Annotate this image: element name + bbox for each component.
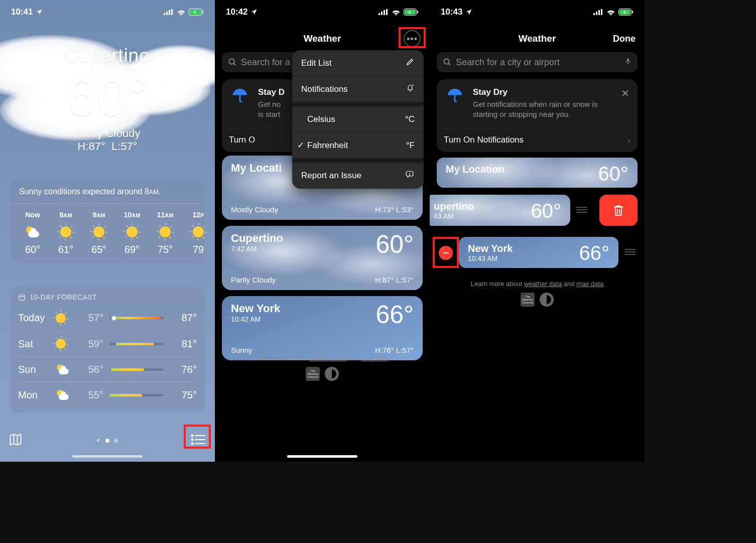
- status-time: 10:42: [226, 7, 247, 17]
- location-time: 10:43 AM: [468, 254, 513, 262]
- delete-control[interactable]: [439, 246, 453, 260]
- magnifier-icon: [443, 58, 452, 67]
- darksky-logo: [325, 367, 339, 381]
- svg-rect-30: [601, 9, 602, 15]
- current-condition: Partly Cloudy: [0, 127, 215, 140]
- menu-fahrenheit[interactable]: ✓Fahrenheit°F: [292, 132, 424, 159]
- calendar-icon: [18, 294, 26, 301]
- svg-rect-15: [379, 13, 380, 15]
- svg-rect-1: [166, 12, 168, 15]
- city-name: Cupertino: [0, 45, 215, 67]
- svg-rect-29: [598, 10, 600, 15]
- menu-notifications[interactable]: Notifications: [292, 76, 424, 102]
- nav-title: Weather: [519, 33, 556, 44]
- location-time: 43 AM: [434, 212, 474, 220]
- menu-celsius[interactable]: Celsius°C: [292, 106, 424, 132]
- home-indicator[interactable]: [287, 455, 357, 458]
- svg-point-22: [229, 59, 234, 64]
- umbrella-icon: [444, 87, 466, 120]
- current-temperature: 60°: [0, 70, 215, 124]
- location-card-my-location[interactable]: My Location60°: [437, 158, 638, 188]
- daily-forecast-header: 10-DAY FORECAST: [18, 293, 197, 301]
- notif-action[interactable]: Turn On Notifications›: [444, 128, 631, 152]
- svg-point-13: [192, 443, 193, 445]
- menu-report-issue[interactable]: Report an Issue: [292, 163, 424, 189]
- location-card[interactable]: New York10:42 AM66°SunnyH:76° L:57°: [222, 296, 423, 360]
- hour-item: 12P79: [182, 211, 215, 255]
- umbrella-icon: [229, 87, 251, 120]
- svg-point-9: [192, 435, 193, 437]
- search-field[interactable]: Search for a city or airport: [437, 52, 638, 72]
- status-bar: 10:41: [0, 0, 215, 24]
- day-row: Mon55°75°: [18, 382, 197, 408]
- location-card[interactable]: Cupertino7:42 AM60°Partly CloudyH:87° L:…: [222, 226, 423, 290]
- done-button[interactable]: Done: [613, 34, 636, 44]
- map-button[interactable]: [8, 433, 23, 449]
- location-card-cupertino[interactable]: upertino43 AM60°: [430, 195, 570, 226]
- hour-item: 10AM69°: [115, 211, 149, 255]
- microphone-icon[interactable]: [624, 56, 632, 69]
- map-data-link[interactable]: map data: [361, 354, 389, 362]
- hourly-forecast-card[interactable]: Sunny conditions expected around 8AM. No…: [10, 178, 205, 262]
- wifi-icon: [177, 9, 186, 16]
- location-name: upertino: [434, 201, 474, 212]
- map-data-link[interactable]: map data: [576, 280, 603, 288]
- high-low: H:87° L:57°: [0, 140, 215, 153]
- attribution-text: Learn more about weather data and map da…: [430, 280, 645, 307]
- svg-rect-0: [164, 13, 165, 15]
- delete-button[interactable]: [599, 195, 638, 226]
- notif-title: Stay D: [258, 87, 285, 97]
- page-indicator[interactable]: [95, 438, 118, 444]
- close-button[interactable]: ✕: [620, 87, 631, 120]
- hour-item: 8AM61°: [49, 211, 82, 255]
- battery-charging-icon: [404, 9, 419, 16]
- weather-data-link[interactable]: weather data: [524, 280, 562, 288]
- wifi-icon: [606, 9, 615, 16]
- cellular-signal-icon: [164, 9, 174, 15]
- svg-rect-16: [381, 12, 383, 15]
- search-placeholder: Search for a: [241, 57, 290, 68]
- day-row: Today57°87°: [18, 305, 197, 331]
- svg-point-26: [409, 175, 410, 175]
- pencil-icon: [406, 57, 415, 69]
- reorder-handle[interactable]: [624, 249, 636, 255]
- darksky-logo: [540, 293, 554, 307]
- nav-title: Weather: [304, 33, 341, 44]
- trash-icon: [612, 203, 625, 218]
- location-card-new-york[interactable]: New York10:43 AM66°: [459, 237, 618, 268]
- reorder-handle[interactable]: [576, 207, 587, 213]
- status-bar: 10:42: [215, 0, 430, 24]
- hourly-summary: Sunny conditions expected around 8AM.: [10, 187, 205, 204]
- day-row: Sun56°76°: [18, 356, 197, 382]
- location-name: New York: [468, 243, 513, 254]
- more-button[interactable]: •••: [404, 30, 421, 47]
- location-name: My Location: [446, 164, 505, 175]
- list-button[interactable]: [190, 432, 207, 450]
- hour-item: 11AM75°: [149, 211, 182, 255]
- cellular-signal-icon: [593, 9, 603, 15]
- svg-rect-3: [171, 9, 173, 15]
- status-bar: 10:43: [430, 0, 645, 24]
- daily-forecast-card[interactable]: 10-DAY FORECAST Today57°87°Sat59°81°Sun5…: [10, 287, 205, 413]
- battery-charging-icon: [618, 9, 634, 16]
- wifi-icon: [392, 9, 401, 16]
- more-menu: Edit List Notifications Celsius°C ✓Fahre…: [292, 50, 424, 189]
- svg-point-34: [444, 59, 449, 64]
- svg-rect-28: [596, 12, 597, 15]
- location-arrow-icon: [250, 9, 258, 16]
- bell-icon: [406, 83, 415, 95]
- menu-edit-list[interactable]: Edit List: [292, 50, 424, 76]
- notif-body: Get notifications when rain or snow is s…: [473, 99, 613, 120]
- home-indicator[interactable]: [72, 455, 143, 458]
- svg-rect-7: [19, 295, 25, 300]
- weather-hero: Cupertino 60° Partly Cloudy H:87° L:57°: [0, 45, 215, 153]
- weather-data-link[interactable]: weather data: [309, 354, 347, 362]
- status-time: 10:43: [441, 7, 462, 17]
- status-time: 10:41: [11, 7, 33, 17]
- weather-channel-logo: TheWeatherChannel: [306, 367, 320, 381]
- location-temp: 66°: [579, 243, 610, 263]
- svg-line-23: [233, 63, 235, 65]
- checkmark-icon: ✓: [297, 140, 307, 151]
- chevron-right-icon: ›: [627, 134, 631, 146]
- svg-rect-21: [417, 11, 418, 14]
